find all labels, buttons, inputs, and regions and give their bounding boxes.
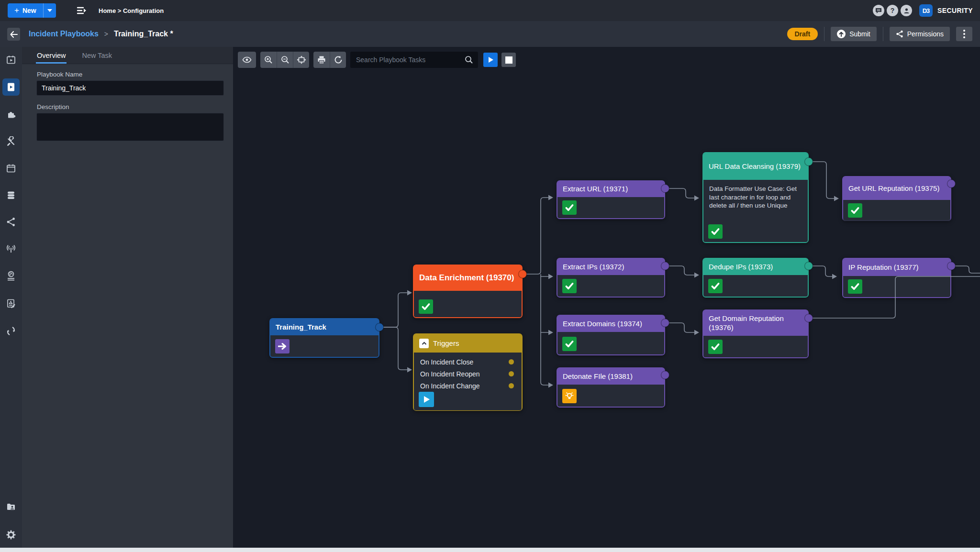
new-dropdown-button[interactable] (43, 3, 56, 18)
output-port[interactable] (661, 319, 669, 327)
output-port[interactable] (805, 262, 813, 270)
task-node-extract-url[interactable]: Extract URL (19371) (557, 180, 665, 219)
sidebar-item-reports[interactable] (0, 294, 22, 313)
trigger-port-dot[interactable] (509, 383, 514, 388)
task-node-dedupe-ips[interactable]: Dedupe IPs (19373) (702, 258, 809, 298)
sidebar-item-utility-commands[interactable] (0, 132, 22, 151)
breadcrumb-separator: > (104, 30, 108, 38)
sidebar-item-settings[interactable] (0, 525, 22, 544)
task-node-detonate-file[interactable]: Detonate FIle (19381) (557, 367, 665, 408)
output-port[interactable] (661, 262, 669, 270)
help-icon[interactable]: ? (887, 5, 898, 16)
task-node-ip-reputation[interactable]: IP Reputation (19377) (842, 258, 951, 298)
output-port[interactable] (519, 270, 527, 278)
zoom-in-button[interactable] (260, 52, 277, 68)
playbook-name-label: Playbook Name (37, 71, 82, 78)
d3-logo: D3 (919, 4, 933, 17)
sidebar-item-connections[interactable] (0, 212, 22, 232)
app-window: + New Home > Configuration ? (0, 0, 980, 552)
task-node-extract-ips[interactable]: Extract IPs (19372) (557, 258, 665, 298)
sidebar-item-calendar[interactable] (0, 159, 22, 178)
status-check-icon (562, 200, 577, 215)
trigger-row[interactable]: On Incident Change (419, 380, 517, 392)
task-node-description: Data Formatter Use Case: Get last charac… (709, 185, 802, 210)
description-input[interactable] (36, 113, 224, 141)
sidebar-item-global-lists[interactable] (0, 266, 22, 286)
task-node-extract-domains[interactable]: Extract Domains (19374) (557, 315, 665, 355)
sidebar-item-sync[interactable] (0, 321, 22, 341)
trigger-label: On Incident Close (420, 358, 473, 366)
chat-icon[interactable] (873, 5, 884, 16)
back-button[interactable] (7, 28, 20, 41)
trigger-row[interactable]: On Incident Reopen (419, 368, 517, 380)
task-node-title: Dedupe IPs (19373) (703, 259, 808, 275)
playbook-overview-panel: Overview New Task Playbook Name Descript… (22, 47, 233, 552)
playbook-name-input[interactable] (36, 80, 224, 96)
task-node-training-track[interactable]: Training_Track (269, 318, 379, 358)
task-node-title: Extract IPs (19372) (557, 259, 664, 275)
horizontal-scrollbar[interactable] (0, 548, 980, 552)
sidebar-item-webhooks[interactable] (0, 239, 22, 258)
new-button[interactable]: + New (8, 3, 56, 18)
refresh-button[interactable] (330, 52, 346, 68)
output-port[interactable] (805, 158, 813, 166)
trigger-row[interactable]: On Incident Close (419, 356, 517, 368)
task-node-data-enrichment[interactable]: Data Enrichment (19370) (413, 265, 523, 318)
output-port[interactable] (661, 371, 669, 379)
output-port[interactable] (661, 185, 669, 193)
new-button-label: New (22, 7, 36, 14)
submit-button[interactable]: Submit (831, 27, 877, 41)
status-check-icon (562, 279, 577, 293)
permissions-button[interactable]: Permissions (890, 27, 950, 41)
tab-new-task[interactable]: New Task (82, 52, 112, 64)
top-navigation-bar: + New Home > Configuration ? (0, 0, 980, 21)
trigger-port-dot[interactable] (509, 371, 514, 376)
user-icon[interactable] (901, 5, 912, 16)
submit-arrow-icon (837, 30, 846, 38)
sidebar-item-incident-playbooks[interactable] (0, 77, 22, 97)
collapse-chevron-icon[interactable] (419, 339, 429, 348)
output-port[interactable] (947, 262, 956, 270)
run-playbook-button[interactable] (483, 53, 498, 67)
trigger-label: On Incident Reopen (420, 370, 480, 378)
task-node-get-domain-reputation[interactable]: Get Domain Reputation (19376) (702, 309, 809, 358)
stop-button[interactable] (501, 53, 516, 67)
task-node-title: Extract URL (19371) (557, 181, 664, 197)
status-check-icon (848, 203, 862, 218)
breadcrumb: Home > Configuration (99, 0, 164, 21)
task-node-url-data-cleansing[interactable]: URL Data Cleansing (19379)Data Formatter… (702, 152, 809, 243)
chevron-down-icon (47, 9, 52, 12)
task-node-body (703, 275, 808, 297)
output-port[interactable] (805, 314, 813, 322)
sidebar-item-scheduled-playbooks[interactable] (0, 50, 22, 69)
start-arrow-icon (275, 339, 290, 353)
collapse-menu-icon[interactable] (77, 6, 87, 17)
task-node-get-url-reputation[interactable]: Get URL Reputation (19375) (842, 176, 951, 221)
permissions-label: Permissions (907, 30, 944, 38)
trigger-port-dot[interactable] (509, 359, 514, 364)
task-node-triggers[interactable]: TriggersOn Incident CloseOn Incident Reo… (413, 333, 523, 411)
task-node-title: Detonate FIle (19381) (557, 368, 664, 385)
more-options-button[interactable] (956, 27, 972, 41)
breadcrumb-section-link[interactable]: Incident Playbooks (29, 30, 99, 38)
sidebar-item-shared-folder[interactable] (0, 497, 22, 516)
print-button[interactable] (313, 52, 330, 68)
task-node-body (843, 200, 950, 221)
output-port[interactable] (376, 323, 384, 331)
share-icon (896, 30, 903, 38)
sidebar-item-integrations[interactable] (0, 105, 22, 124)
tab-overview[interactable]: Overview (37, 52, 66, 64)
search-icon[interactable] (465, 55, 473, 64)
run-play-icon[interactable] (419, 392, 434, 407)
fit-to-screen-button[interactable] (293, 52, 309, 68)
zoom-out-button[interactable] (277, 52, 293, 68)
sidebar-item-data-sources[interactable] (0, 186, 22, 205)
output-port[interactable] (947, 180, 956, 188)
page-title: Training_Track * (114, 30, 173, 38)
task-node-body: On Incident CloseOn Incident ReopenOn In… (414, 353, 522, 410)
preview-eye-button[interactable] (238, 52, 256, 68)
panel-tab-bar: Overview New Task (22, 47, 233, 64)
task-node-body (557, 385, 664, 407)
search-input[interactable] (355, 55, 465, 64)
canvas-toolbar (238, 52, 516, 68)
